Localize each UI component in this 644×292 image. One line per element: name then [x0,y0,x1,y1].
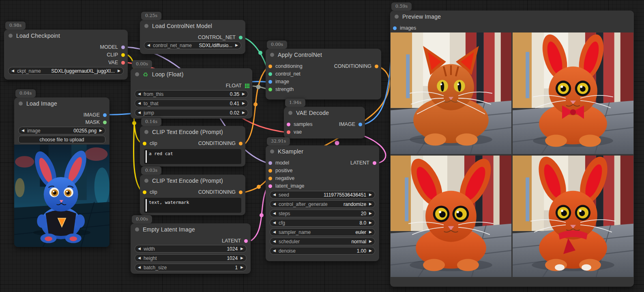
choose-file-button[interactable]: choose file to upload [18,136,105,143]
port-image[interactable] [358,123,362,126]
seed-widget[interactable]: ◀ seed 1119775536436451 ▶ [270,191,375,199]
sampler-name-widget[interactable]: ◀ sampler_name euler ▶ [270,228,375,236]
collapse-dot-icon[interactable] [270,149,274,154]
preview-image-cell-1[interactable] [391,32,511,154]
next-value-arrow-icon[interactable]: ▶ [369,202,372,206]
port-vae[interactable] [121,61,125,65]
prev-value-arrow-icon[interactable]: ◀ [21,129,24,132]
port-strength[interactable] [268,88,272,91]
increment-arrow-icon[interactable]: ▶ [369,212,372,215]
node-title-bar[interactable]: Load Image [14,97,109,110]
decrement-arrow-icon[interactable]: ◀ [273,193,276,197]
node-title-bar[interactable]: CLIP Text Encode (Prompt) [140,126,245,138]
decrement-arrow-icon[interactable]: ◀ [138,92,141,96]
decrement-arrow-icon[interactable]: ◀ [273,212,276,215]
cfg-widget[interactable]: ◀ cfg 8.0 ▶ [270,219,375,227]
next-value-arrow-icon[interactable]: ▶ [99,129,102,132]
port-conditioning[interactable] [239,190,243,194]
node-vae-decode[interactable]: 1.94s VAE Decode samples vae IMAGE [284,107,365,138]
port-positive[interactable] [268,169,272,173]
node-load-checkpoint[interactable]: 0.98s Load Checkpoint MODEL CLIP VAE ◀ c… [4,30,128,80]
port-images[interactable] [393,26,397,30]
node-clip-text-encode-positive[interactable]: 0.14s CLIP Text Encode (Prompt) clip CON… [140,126,245,167]
to-that-widget[interactable]: ◀ to_that 0.41 ▶ [135,99,248,107]
collapse-dot-icon[interactable] [395,15,399,19]
preview-image-cell-4[interactable] [513,156,633,277]
node-title-bar[interactable]: KSampler [266,145,379,158]
increment-arrow-icon[interactable]: ▶ [242,102,245,105]
float-grid-icon[interactable] [245,84,249,88]
port-mask[interactable] [103,121,107,124]
collapse-dot-icon[interactable] [144,130,148,134]
prev-value-arrow-icon[interactable]: ◀ [147,43,150,47]
increment-arrow-icon[interactable]: ▶ [369,193,372,197]
decrement-arrow-icon[interactable]: ◀ [138,256,141,260]
prev-value-arrow-icon[interactable]: ◀ [273,240,276,243]
port-clip[interactable] [121,53,125,57]
port-control-net[interactable] [268,72,272,76]
port-negative[interactable] [268,177,272,180]
decrement-arrow-icon[interactable]: ◀ [273,221,276,225]
batch-size-widget[interactable]: ◀ batch_size 1 ▶ [135,264,247,271]
port-latent[interactable] [244,239,248,243]
increment-arrow-icon[interactable]: ▶ [369,249,372,253]
increment-arrow-icon[interactable]: ▶ [242,111,245,115]
port-control-net[interactable] [239,36,243,39]
node-title-bar[interactable]: ♻ Loop (Float) [131,68,252,80]
prev-value-arrow-icon[interactable]: ◀ [273,230,276,234]
decrement-arrow-icon[interactable]: ◀ [273,249,276,253]
next-value-arrow-icon[interactable]: ▶ [118,69,120,73]
next-value-arrow-icon[interactable]: ▶ [369,230,372,234]
node-title-bar[interactable]: Apply ControlNet [266,49,381,61]
port-vae[interactable] [287,130,290,134]
collapse-dot-icon[interactable] [135,227,139,231]
node-load-controlnet-model[interactable]: 0.25s Load ControlNet Model CONTROL_NET … [140,20,245,54]
node-preview-image[interactable]: 0.59s Preview Image images [390,11,634,287]
port-model[interactable] [121,45,125,49]
port-image[interactable] [103,113,107,117]
next-value-arrow-icon[interactable]: ▶ [369,240,372,243]
node-title-bar[interactable]: CLIP Text Encode (Prompt) [140,175,245,187]
control-after-generate-widget[interactable]: ◀ control_after_generate randomize ▶ [270,200,375,208]
port-clip[interactable] [143,190,146,194]
collapse-dot-icon[interactable] [144,179,148,183]
preview-image-cell-2[interactable] [513,32,633,154]
node-load-image[interactable]: 0.04s Load Image IMAGE MASK ◀ image 0025… [14,97,109,247]
steps-widget[interactable]: ◀ steps 20 ▶ [270,210,375,217]
ckpt-name-widget[interactable]: ◀ ckpt_name SDXL/juggernautXL_juggXI... … [8,67,124,75]
collapse-dot-icon[interactable] [19,102,23,106]
port-latent-image[interactable] [268,184,272,188]
collapse-dot-icon[interactable] [9,34,13,38]
decrement-arrow-icon[interactable]: ◀ [138,102,141,105]
port-conditioning[interactable] [375,65,378,68]
scheduler-widget[interactable]: ◀ scheduler normal ▶ [270,238,375,245]
image-file-widget[interactable]: ◀ image 00255.png ▶ [18,127,105,134]
preview-image-cell-3[interactable] [391,156,511,277]
increment-arrow-icon[interactable]: ▶ [242,92,245,96]
node-title-bar[interactable]: Load ControlNet Model [140,20,245,32]
port-conditioning[interactable] [239,142,243,145]
port-image[interactable] [268,80,272,84]
port-latent[interactable] [373,161,376,165]
collapse-dot-icon[interactable] [144,24,148,28]
jump-widget[interactable]: ◀ jump 0.02 ▶ [135,109,248,117]
next-value-arrow-icon[interactable]: ▶ [235,43,238,47]
decrement-arrow-icon[interactable]: ◀ [138,247,141,251]
port-model[interactable] [268,161,272,165]
node-loop-float[interactable]: 0.00s ♻ Loop (Float) FLOAT ◀ from_this 0… [131,68,252,119]
increment-arrow-icon[interactable]: ▶ [240,256,243,260]
decrement-arrow-icon[interactable]: ◀ [138,111,141,115]
increment-arrow-icon[interactable]: ▶ [369,221,372,225]
denoise-widget[interactable]: ◀ denoise 1.00 ▶ [270,247,375,255]
port-clip[interactable] [143,142,146,145]
node-clip-text-encode-negative[interactable]: 0.03s CLIP Text Encode (Prompt) clip CON… [140,175,245,215]
decrement-arrow-icon[interactable]: ◀ [138,266,141,269]
width-widget[interactable]: ◀ width 1024 ▶ [135,245,247,253]
node-ksampler[interactable]: 32.91s KSampler model positive negative … [266,145,379,261]
collapse-dot-icon[interactable] [135,72,139,76]
node-title-bar[interactable]: Load Checkpoint [4,30,128,42]
collapse-dot-icon[interactable] [270,53,274,57]
node-empty-latent-image[interactable]: 0.00s Empty Latent Image LATENT ◀ width … [131,223,251,274]
node-title-bar[interactable]: Preview Image [390,11,634,23]
height-widget[interactable]: ◀ height 1024 ▶ [135,254,247,262]
